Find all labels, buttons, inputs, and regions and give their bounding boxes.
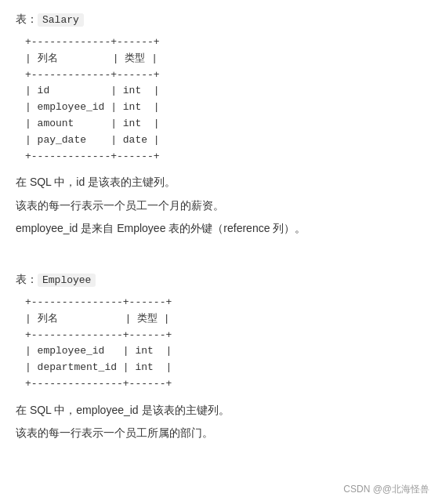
- salary-section: 表：Salary +-------------+------+ | 列名 | 类…: [16, 13, 426, 238]
- employee-desc1: 在 SQL 中，employee_id 是该表的主键列。: [16, 401, 426, 420]
- section-separator: [16, 257, 426, 273]
- employee-section: 表：Employee +---------------+------+ | 列名…: [16, 273, 426, 443]
- footer-text: CSDN @@北海怪兽: [343, 483, 429, 496]
- salary-code-block: +-------------+------+ | 列名 | 类型 | +----…: [25, 34, 426, 165]
- salary-desc3: employee_id 是来自 Employee 表的外键（reference …: [16, 219, 426, 238]
- salary-desc1: 在 SQL 中，id 是该表的主键列。: [16, 172, 426, 192]
- salary-desc2: 该表的每一行表示一个员工一个月的薪资。: [16, 196, 426, 216]
- salary-table-name: Salary: [38, 13, 84, 27]
- employee-table-label: 表：Employee: [16, 273, 426, 287]
- employee-code-block: +---------------+------+ | 列名 | 类型 | +--…: [25, 295, 426, 393]
- employee-label-prefix: 表：: [16, 273, 38, 285]
- salary-table-label: 表：Salary: [16, 13, 426, 27]
- salary-label-prefix: 表：: [16, 13, 38, 25]
- employee-table-name: Employee: [38, 274, 96, 287]
- employee-desc2: 该表的每一行表示一个员工所属的部门。: [16, 423, 426, 443]
